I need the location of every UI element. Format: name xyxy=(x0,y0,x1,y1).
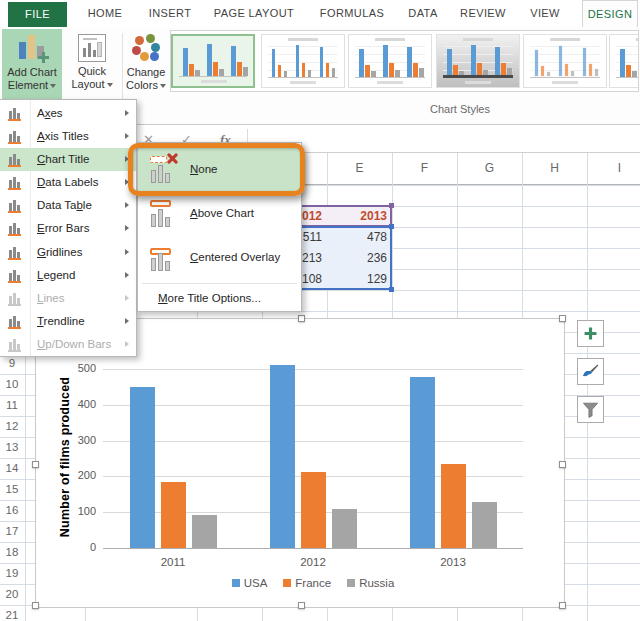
tab-review[interactable]: REVIEW xyxy=(457,0,509,27)
legend-swatch-icon xyxy=(232,579,240,587)
bar-France-2012[interactable] xyxy=(301,472,326,548)
menu-item-data-table[interactable]: Data Table xyxy=(0,194,136,217)
chart-styles-gallery[interactable] xyxy=(170,30,639,92)
chart-elements-button[interactable] xyxy=(577,320,604,347)
thumb-bar xyxy=(626,65,631,77)
change-colors-icon xyxy=(131,33,161,63)
title-centered-overlay-icon xyxy=(148,242,178,272)
chart-resize-handle[interactable] xyxy=(559,602,566,609)
tab-home[interactable]: HOME xyxy=(85,0,125,27)
chart-style-thumbnail-1[interactable] xyxy=(171,34,255,88)
thumb-bar xyxy=(213,62,218,76)
thumb-axis xyxy=(179,76,247,77)
tab-view[interactable]: VIEW xyxy=(525,0,565,27)
row-header-21[interactable]: 21 xyxy=(0,605,24,621)
thumb-gridline xyxy=(616,46,639,47)
tab-design[interactable]: DESIGN xyxy=(582,0,638,27)
bar-Russia-2012[interactable] xyxy=(332,509,357,548)
chart-style-thumbnail-4[interactable] xyxy=(436,34,520,88)
bar-France-2011[interactable] xyxy=(161,482,186,548)
thumb-axis xyxy=(355,77,425,78)
thumb-title-dash xyxy=(375,38,405,41)
chart-style-thumbnail-2[interactable] xyxy=(261,34,345,88)
updown-bars-icon xyxy=(6,338,24,352)
thumb-title-dash xyxy=(636,38,639,41)
tab-data[interactable]: DATA xyxy=(403,0,443,27)
chart-styles-button[interactable] xyxy=(577,358,604,385)
thumb-bar xyxy=(272,49,275,77)
chart-resize-handle[interactable] xyxy=(32,602,39,609)
submenu-item-centered-overlay[interactable]: Centered Overlay xyxy=(138,235,301,279)
chart-resize-handle[interactable] xyxy=(559,461,566,468)
row-header-19[interactable]: 19 xyxy=(0,563,24,584)
row-header-10[interactable]: 10 xyxy=(0,374,24,395)
thumb-bar xyxy=(594,68,599,77)
thumb-axis xyxy=(530,77,600,78)
menu-item-axes[interactable]: Axes xyxy=(0,102,136,125)
submenu-item-none[interactable]: None xyxy=(138,147,301,191)
thumb-bar xyxy=(359,49,364,77)
submenu-arrow-icon xyxy=(125,110,129,116)
row-header-13[interactable]: 13 xyxy=(0,437,24,458)
error-bars-icon xyxy=(6,222,24,236)
chart-resize-handle[interactable] xyxy=(559,315,566,322)
chart-resize-handle[interactable] xyxy=(298,602,305,609)
chart-resize-handle[interactable] xyxy=(32,461,39,468)
menu-item-chart-title[interactable]: Chart Title xyxy=(0,148,136,171)
tab-formulas[interactable]: FORMULAS xyxy=(315,0,389,27)
bar-Russia-2013[interactable] xyxy=(472,502,497,548)
row-header-16[interactable]: 16 xyxy=(0,500,24,521)
bar-USA-2013[interactable] xyxy=(410,377,435,548)
bar-Russia-2011[interactable] xyxy=(192,515,217,548)
plus-icon xyxy=(38,52,49,63)
chart-style-thumbnail-6[interactable] xyxy=(609,34,639,88)
change-colors-button[interactable]: Change Colors xyxy=(124,29,168,101)
legend-label: USA xyxy=(244,577,268,589)
column-header-H[interactable]: H xyxy=(522,153,587,184)
chart-filters-button[interactable] xyxy=(577,396,604,423)
thumb-bar xyxy=(588,63,593,77)
submenu-item-more-title-options[interactable]: More Title Options... xyxy=(138,285,301,311)
legend-item-France[interactable]: France xyxy=(283,577,331,589)
column-header-I[interactable]: I xyxy=(587,153,640,184)
column-header-G[interactable]: G xyxy=(457,153,522,184)
menu-item-trendline[interactable]: Trendline xyxy=(0,310,136,333)
legend-item-Russia[interactable]: Russia xyxy=(347,577,394,589)
tab-page-layout[interactable]: PAGE LAYOUT xyxy=(211,0,297,27)
bar-chart-object[interactable]: Number of films produced USAFranceRussia… xyxy=(35,318,565,608)
menu-item-legend[interactable]: Legend xyxy=(0,264,136,287)
column-header-E[interactable]: E xyxy=(327,153,392,184)
thumb-bar xyxy=(326,63,329,77)
selection-handle[interactable] xyxy=(389,203,394,208)
menu-item-error-bars[interactable]: Error Bars xyxy=(0,217,136,240)
row-header-12[interactable]: 12 xyxy=(0,416,24,437)
row-header-11[interactable]: 11 xyxy=(0,395,24,416)
submenu-item-above-chart[interactable]: Above Chart xyxy=(138,191,301,235)
bar-USA-2011[interactable] xyxy=(130,387,155,548)
selection-handle[interactable] xyxy=(389,224,394,229)
bar-France-2013[interactable] xyxy=(441,464,466,548)
row-header-18[interactable]: 18 xyxy=(0,542,24,563)
selection-handle[interactable] xyxy=(389,287,394,292)
menu-item-gridlines[interactable]: Gridlines xyxy=(0,241,136,264)
menu-item-data-labels[interactable]: Data Labels xyxy=(0,171,136,194)
row-header-14[interactable]: 14 xyxy=(0,458,24,479)
gridlines-icon xyxy=(6,246,24,260)
tab-insert[interactable]: INSERT xyxy=(147,0,193,27)
tab-file[interactable]: FILE xyxy=(8,2,67,27)
dropdown-caret-icon xyxy=(160,84,166,88)
legend-item-USA[interactable]: USA xyxy=(232,577,268,589)
chart-style-thumbnail-5[interactable] xyxy=(523,34,607,88)
bar-USA-2012[interactable] xyxy=(270,365,295,548)
add-chart-element-button[interactable]: Add Chart Element xyxy=(2,29,62,101)
row-header-17[interactable]: 17 xyxy=(0,521,24,542)
chart-style-thumbnail-3[interactable] xyxy=(348,34,432,88)
chart-resize-handle[interactable] xyxy=(298,315,305,322)
column-header-F[interactable]: F xyxy=(392,153,457,184)
thumb-legend-dash xyxy=(377,81,403,84)
title-above-chart-icon xyxy=(148,198,178,228)
quick-layout-button[interactable]: Quick Layout xyxy=(64,29,120,101)
row-header-15[interactable]: 15 xyxy=(0,479,24,500)
menu-item-axis-titles[interactable]: Axis Titles xyxy=(0,125,136,148)
row-header-20[interactable]: 20 xyxy=(0,584,24,605)
